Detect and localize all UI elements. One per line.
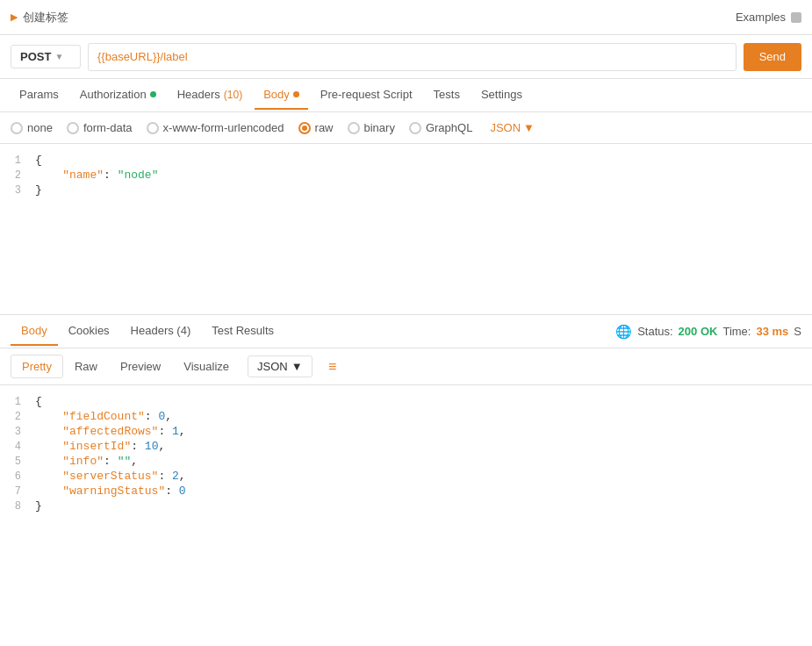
body-dot bbox=[293, 91, 299, 97]
method-select[interactable]: POST ▼ bbox=[11, 45, 81, 68]
radio-form-data bbox=[67, 122, 79, 134]
resp-tab-headers[interactable]: Headers (4) bbox=[120, 317, 202, 346]
radio-urlencoded bbox=[147, 122, 159, 134]
request-tabs: Params Authorization Headers (10) Body P… bbox=[0, 79, 812, 112]
globe-icon: 🌐 bbox=[615, 324, 632, 340]
status-value: 200 OK bbox=[679, 325, 718, 338]
response-tabs: Body Cookies Headers (4) Test Results bbox=[11, 317, 284, 346]
examples-icon bbox=[791, 12, 801, 23]
collection-name: 创建标签 bbox=[23, 10, 68, 25]
body-type-urlencoded[interactable]: x-www-form-urlencoded bbox=[147, 121, 284, 134]
req-line-1: 1 { bbox=[0, 153, 812, 168]
time-value: 33 ms bbox=[756, 325, 788, 338]
collapse-arrow-icon: ▶ bbox=[11, 11, 18, 23]
size-label: S bbox=[794, 325, 801, 338]
resp-line-5: 5 "info": "", bbox=[0, 454, 812, 469]
method-dropdown-icon: ▼ bbox=[54, 52, 63, 61]
resp-tab-testresults[interactable]: Test Results bbox=[201, 317, 284, 346]
req-line-3: 3 } bbox=[0, 183, 812, 197]
resp-line-7: 7 "warningStatus": 0 bbox=[0, 484, 812, 499]
url-input[interactable] bbox=[88, 43, 737, 71]
view-tabs-bar: Pretty Raw Preview Visualize JSON ▼ ≡ bbox=[0, 348, 812, 385]
resp-line-1: 1 { bbox=[0, 394, 812, 409]
body-type-binary[interactable]: binary bbox=[348, 121, 395, 134]
resp-line-3: 3 "affectedRows": 1, bbox=[0, 424, 812, 439]
json-format-select[interactable]: JSON ▼ bbox=[490, 121, 535, 134]
resp-tab-body[interactable]: Body bbox=[11, 317, 58, 346]
radio-raw bbox=[298, 122, 311, 134]
response-code-editor: 1 { 2 "fieldCount": 0, 3 "affectedRows":… bbox=[0, 385, 812, 578]
body-type-raw[interactable]: raw bbox=[298, 121, 334, 134]
resp-json-select[interactable]: JSON ▼ bbox=[248, 355, 313, 377]
json-dropdown-icon: ▼ bbox=[523, 121, 535, 134]
url-bar: POST ▼ Send bbox=[0, 35, 812, 79]
tab-body[interactable]: Body bbox=[255, 81, 308, 110]
body-type-row: none form-data x-www-form-urlencoded raw… bbox=[0, 112, 812, 144]
resp-json-dropdown-icon: ▼ bbox=[291, 360, 303, 373]
response-tabs-bar: Body Cookies Headers (4) Test Results 🌐 … bbox=[0, 315, 812, 348]
view-tab-preview[interactable]: Preview bbox=[109, 355, 172, 378]
resp-line-8: 8 } bbox=[0, 499, 812, 513]
resp-line-2: 2 "fieldCount": 0, bbox=[0, 409, 812, 424]
examples-button[interactable]: Examples bbox=[736, 11, 801, 24]
method-label: POST bbox=[20, 50, 51, 63]
req-line-2: 2 "name": "node" bbox=[0, 168, 812, 183]
authorization-dot bbox=[150, 91, 156, 97]
body-type-graphql[interactable]: GraphQL bbox=[409, 121, 472, 134]
request-code-editor[interactable]: 1 { 2 "name": "node" 3 } bbox=[0, 144, 812, 315]
tab-params[interactable]: Params bbox=[11, 81, 68, 110]
tab-tests[interactable]: Tests bbox=[425, 81, 469, 110]
resp-tab-cookies[interactable]: Cookies bbox=[58, 317, 120, 346]
wrap-icon: ≡ bbox=[328, 359, 336, 375]
resp-line-6: 6 "serverStatus": 2, bbox=[0, 469, 812, 484]
send-button[interactable]: Send bbox=[744, 43, 801, 71]
radio-graphql bbox=[409, 122, 421, 134]
view-tab-visualize[interactable]: Visualize bbox=[172, 355, 241, 378]
tab-headers[interactable]: Headers (10) bbox=[169, 81, 251, 110]
radio-binary bbox=[348, 122, 360, 134]
body-type-form-data[interactable]: form-data bbox=[67, 121, 133, 134]
top-bar: ▶ 创建标签 Examples bbox=[0, 0, 812, 35]
collection-title[interactable]: ▶ 创建标签 bbox=[11, 10, 68, 25]
tab-settings[interactable]: Settings bbox=[472, 81, 531, 110]
wrap-button[interactable]: ≡ bbox=[320, 355, 346, 379]
body-type-none[interactable]: none bbox=[11, 121, 53, 134]
view-tab-raw[interactable]: Raw bbox=[63, 355, 109, 378]
tab-authorization[interactable]: Authorization bbox=[71, 81, 165, 110]
tab-prerequest[interactable]: Pre-request Script bbox=[312, 81, 421, 110]
resp-line-4: 4 "insertId": 10, bbox=[0, 439, 812, 454]
view-tab-pretty[interactable]: Pretty bbox=[11, 355, 63, 378]
response-meta: 🌐 Status: 200 OK Time: 33 ms S bbox=[615, 324, 801, 340]
radio-none bbox=[11, 122, 23, 134]
